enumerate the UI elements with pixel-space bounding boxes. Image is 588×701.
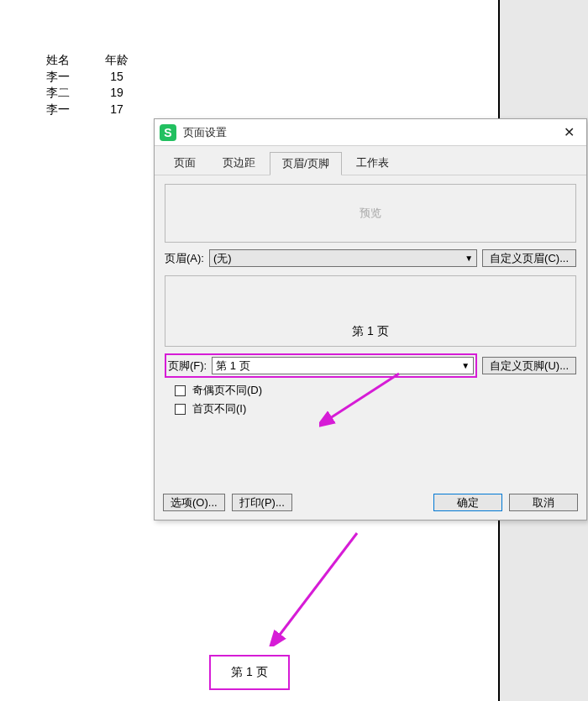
cell-name: 李一 [46,102,100,118]
first-page-label: 首页不同(I) [192,401,246,416]
cell-name: 李一 [46,69,100,86]
page-footer-highlight: 第 1 页 [209,655,290,690]
close-icon: ✕ [564,124,575,140]
app-icon [160,124,176,141]
cell-age: 19 [100,85,134,102]
footer-label: 页脚(F): [168,358,207,374]
col-header-age: 年龄 [100,52,134,69]
custom-footer-button[interactable]: 自定义页脚(U)... [482,357,576,374]
cell-name: 李二 [46,85,100,102]
dialog-titlebar: 页面设置 ✕ [155,119,586,146]
ok-button[interactable]: 确定 [433,494,502,511]
cancel-button[interactable]: 取消 [509,494,578,511]
footer-control-row: 页脚(F): 第 1 页 ▼ 自定义页脚(U)... [165,353,576,378]
chevron-down-icon: ▼ [461,361,470,370]
close-button[interactable]: ✕ [551,119,586,146]
checkbox-icon [175,404,186,415]
tab-header-footer[interactable]: 页眉/页脚 [270,152,342,175]
tab-page[interactable]: 页面 [161,151,208,175]
table-row: 李一 15 [46,69,134,86]
dialog-title: 页面设置 [183,125,551,140]
dialog-body: 预览 页眉(A): (无) ▼ 自定义页眉(C)... 第 1 页 页脚(F):… [155,175,586,489]
print-button[interactable]: 打印(P)... [232,494,292,511]
tab-margins[interactable]: 页边距 [210,151,268,175]
data-table: 姓名 年龄 李一 15 李二 19 李一 17 [46,52,134,118]
footer-value: 第 1 页 [216,358,249,374]
header-label: 页眉(A): [165,251,204,266]
table-row: 李一 17 [46,102,134,118]
footer-preview: 第 1 页 [165,275,576,347]
dialog-footer: 选项(O)... 打印(P)... 确定 取消 [155,489,586,520]
page-setup-dialog: 页面设置 ✕ 页面 页边距 页眉/页脚 工作表 预览 页眉(A): (无) ▼ … [154,118,587,521]
page-footer-text: 第 1 页 [231,665,268,680]
header-combo[interactable]: (无) ▼ [209,249,477,267]
header-preview: 预览 [165,184,576,243]
header-control-row: 页眉(A): (无) ▼ 自定义页眉(C)... [165,249,576,267]
preview-label: 预览 [360,206,381,221]
cell-age: 17 [100,102,134,118]
custom-header-button[interactable]: 自定义页眉(C)... [482,249,576,267]
table-row: 李二 19 [46,85,134,102]
chevron-down-icon: ▼ [465,254,473,263]
first-page-diff-check[interactable]: 首页不同(I) [175,401,576,416]
table-header-row: 姓名 年龄 [46,52,134,69]
footer-highlight: 页脚(F): 第 1 页 ▼ [165,353,477,378]
checkbox-icon [175,385,186,396]
odd-even-label: 奇偶页不同(D) [192,383,262,398]
col-header-name: 姓名 [46,52,100,69]
header-value: (无) [213,251,232,266]
cell-age: 15 [100,69,134,86]
footer-preview-text: 第 1 页 [352,324,389,339]
odd-even-diff-check[interactable]: 奇偶页不同(D) [175,383,576,398]
options-button[interactable]: 选项(O)... [163,494,225,511]
dialog-tabs: 页面 页边距 页眉/页脚 工作表 [155,146,586,175]
footer-combo[interactable]: 第 1 页 ▼ [212,357,474,374]
tab-sheet[interactable]: 工作表 [344,151,402,175]
